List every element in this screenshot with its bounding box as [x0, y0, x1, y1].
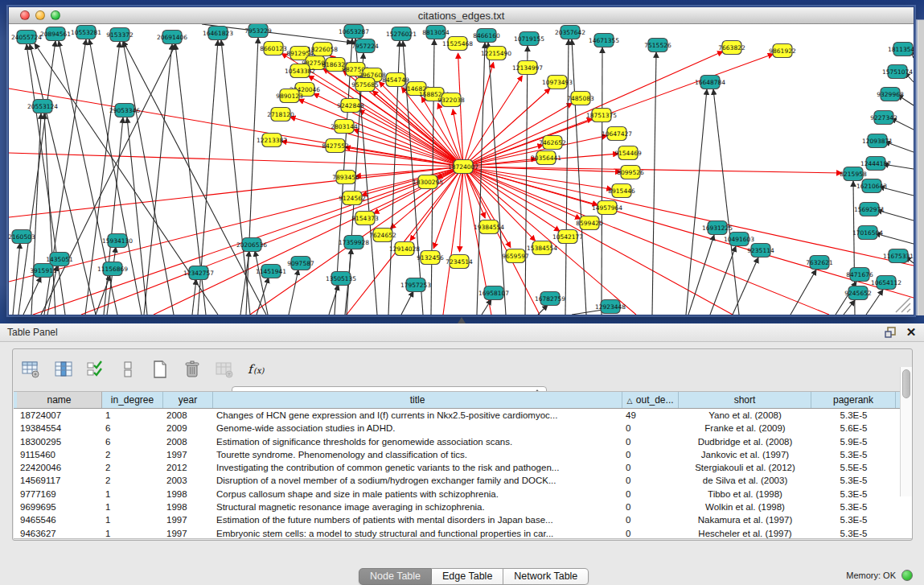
cell-year[interactable]: 1998 [163, 488, 213, 501]
cell-name[interactable]: 14569117 [17, 474, 102, 487]
table-mode-icon[interactable] [21, 359, 42, 380]
cell-short[interactable]: Wolkin et al. (1998) [679, 501, 811, 513]
cell-title[interactable]: Disruption of a novel member of a sodium… [213, 474, 622, 487]
cell-out_degree[interactable]: 0 [622, 513, 679, 526]
cell-pagerank[interactable]: 5.3E-5 [811, 501, 896, 513]
column-header-short[interactable]: short [679, 392, 811, 408]
cell-pagerank[interactable]: 5.3E-5 [811, 527, 896, 538]
table-row[interactable]: 946362711997Embryonic stem cells: a mode… [17, 527, 912, 538]
graph-node[interactable]: 9659597 [502, 249, 529, 263]
table-row[interactable]: 1830029562008Estimation of significance … [17, 435, 912, 448]
graph-node[interactable]: 15276021 [386, 27, 417, 41]
table-scrollbar-thumb[interactable] [902, 369, 910, 398]
graph-node[interactable]: 9242848 [337, 99, 364, 113]
graph-node[interactable]: 8599420 [576, 216, 603, 230]
cell-pagerank[interactable]: 5.6E-5 [811, 422, 896, 435]
cell-pagerank[interactable]: 5.3E-5 [811, 409, 896, 422]
cell-year[interactable]: 2012 [163, 461, 213, 474]
cell-title[interactable]: Embryonic stem cells: a model to study s… [213, 527, 622, 538]
graph-node[interactable]: 7893456 [332, 171, 359, 184]
graph-node[interactable]: 8427552 [322, 139, 349, 153]
table-scrollbar[interactable] [900, 367, 912, 496]
table-row[interactable]: 911546021997Tourette syndrome. Phenomeno… [17, 448, 912, 461]
cell-in_degree[interactable]: 2 [102, 461, 163, 474]
network-window[interactable]: citations_edges.txt 18724007183002951938… [8, 6, 914, 315]
cell-out_degree[interactable]: 0 [622, 461, 679, 474]
cell-in_degree[interactable]: 1 [102, 409, 163, 422]
cell-year[interactable]: 1998 [163, 501, 213, 513]
graph-node[interactable]: 8099526 [617, 166, 644, 179]
cell-name[interactable]: 22420046 [17, 461, 102, 474]
cell-title[interactable]: Corpus callosum shape and size in male p… [213, 488, 622, 501]
cell-short[interactable]: Tibbo et al. (1998) [679, 488, 811, 501]
cell-pagerank[interactable]: 5.3E-5 [811, 448, 896, 461]
cell-name[interactable]: 9115460 [17, 448, 102, 461]
graph-node[interactable]: 7234514 [446, 255, 473, 269]
cell-short[interactable]: Jankovic et al. (1997) [679, 448, 811, 461]
table-row[interactable]: 2242004622012Investigating the contribut… [17, 461, 912, 474]
graph-node[interactable]: 12342757 [183, 266, 214, 280]
graph-node[interactable]: 12134997 [512, 61, 543, 75]
table-row[interactable]: 977716911998Corpus callosum shape and si… [17, 488, 912, 501]
graph-node[interactable]: 9245652 [844, 286, 872, 300]
column-header-title[interactable]: title [213, 392, 622, 408]
cell-in_degree[interactable]: 6 [102, 422, 163, 435]
cell-out_degree[interactable]: 0 [622, 488, 679, 501]
cell-title[interactable]: Genome-wide association studies in ADHD. [213, 422, 622, 435]
graph-node[interactable]: 14671355 [589, 34, 619, 47]
cell-pagerank[interactable]: 5.9E-5 [811, 435, 896, 448]
cell-year[interactable]: 2003 [163, 474, 213, 487]
graph-node[interactable]: 9132456 [417, 251, 444, 265]
graph-node[interactable]: 20691406 [157, 31, 187, 44]
cell-year[interactable]: 1997 [163, 448, 213, 461]
graph-node[interactable]: 8466160 [473, 29, 500, 43]
cell-pagerank[interactable]: 5.3E-5 [811, 513, 896, 526]
graph-node[interactable]: 8471676 [846, 268, 873, 282]
cell-title[interactable]: Investigating the contribution of common… [213, 461, 622, 474]
cell-name[interactable]: 18724007 [17, 409, 102, 422]
cell-title[interactable]: Tourette syndrome. Phenomenology and cla… [213, 448, 622, 461]
cell-pagerank[interactable]: 5.3E-5 [811, 488, 896, 501]
graph-node[interactable]: 12444187 [860, 157, 891, 171]
graph-node[interactable]: 10553281 [71, 26, 101, 39]
table-row[interactable]: 946554611997Estimation of the future num… [17, 513, 912, 526]
graph-node[interactable]: 20357642 [555, 26, 585, 39]
graph-node[interactable]: 8215958 [840, 167, 867, 181]
graph-node[interactable]: 16648784 [695, 76, 725, 89]
graph-node[interactable]: 2803144 [331, 120, 358, 134]
graph-node[interactable]: 11156869 [97, 262, 128, 276]
cell-title[interactable]: Estimation of the future numbers of pati… [213, 513, 622, 526]
delete-columns-icon[interactable] [182, 359, 203, 380]
cell-name[interactable]: 9699695 [17, 501, 102, 513]
cell-short[interactable]: Hescheler et al. (1997) [679, 527, 811, 538]
column-header-year[interactable]: year [163, 392, 213, 408]
graph-node[interactable]: 29053346 [109, 104, 140, 117]
graph-node[interactable]: 17957253 [400, 278, 431, 292]
tab-network-table[interactable]: Network Table [503, 568, 589, 585]
background-window-sliver[interactable] [916, 19, 924, 315]
graph-node[interactable]: 20553124 [27, 100, 58, 113]
table-row[interactable]: 969969511998Structural magnetic resonanc… [17, 501, 912, 513]
graph-node[interactable]: 9097587 [287, 257, 314, 270]
graph-node[interactable]: 7515526 [644, 39, 671, 52]
cell-in_degree[interactable]: 6 [102, 435, 163, 448]
zoom-window-icon[interactable] [51, 10, 60, 20]
cell-out_degree[interactable]: 0 [622, 527, 679, 538]
cell-out_degree[interactable]: 0 [622, 474, 679, 487]
tab-node-table[interactable]: Node Table [359, 568, 432, 585]
cell-name[interactable]: 9777169 [17, 488, 102, 501]
graph-node[interactable]: 9124562 [339, 192, 366, 205]
table-row[interactable]: 1456911722003Disruption of a novel membe… [17, 474, 912, 487]
cell-in_degree[interactable]: 1 [102, 513, 163, 526]
float-window-icon[interactable] [882, 325, 898, 340]
cell-in_degree[interactable]: 2 [102, 448, 163, 461]
column-header-in_degree[interactable]: in_degree [102, 392, 163, 408]
graph-node[interactable]: 7957224 [351, 39, 379, 53]
window-titlebar[interactable]: citations_edges.txt [9, 7, 914, 24]
graph-node[interactable]: 2718120 [267, 108, 294, 122]
cell-short[interactable]: Franke et al. (2009) [679, 422, 811, 435]
function-builder-icon[interactable]: f(x) [246, 359, 267, 380]
table-row[interactable]: 1872400712008Changes of HCN gene express… [17, 409, 912, 422]
minimize-window-icon[interactable] [35, 10, 45, 20]
select-rows-icon[interactable] [85, 359, 106, 380]
